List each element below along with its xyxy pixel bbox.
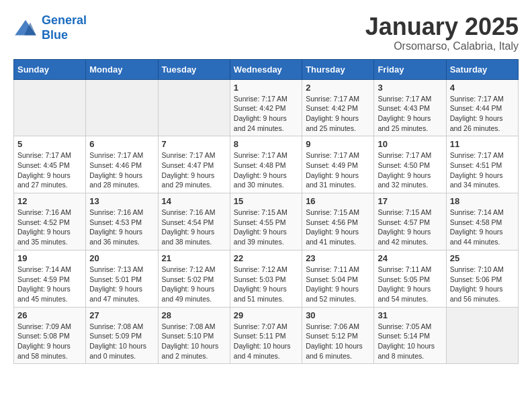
- calendar-header: SundayMondayTuesdayWednesdayThursdayFrid…: [14, 59, 519, 79]
- logo-icon: [13, 19, 38, 38]
- calendar-cell: 15Sunrise: 7:15 AM Sunset: 4:55 PM Dayli…: [230, 193, 302, 250]
- calendar-cell: 12Sunrise: 7:16 AM Sunset: 4:52 PM Dayli…: [14, 193, 86, 250]
- day-info: Sunrise: 7:08 AM Sunset: 5:10 PM Dayligh…: [162, 322, 226, 361]
- calendar-cell: 9Sunrise: 7:17 AM Sunset: 4:49 PM Daylig…: [302, 136, 374, 193]
- calendar-cell: 22Sunrise: 7:12 AM Sunset: 5:03 PM Dayli…: [230, 250, 302, 307]
- day-info: Sunrise: 7:16 AM Sunset: 4:54 PM Dayligh…: [162, 208, 226, 247]
- day-number: 23: [306, 253, 370, 263]
- day-number: 9: [306, 139, 370, 149]
- calendar-cell: 5Sunrise: 7:17 AM Sunset: 4:45 PM Daylig…: [14, 136, 86, 193]
- calendar-cell: 29Sunrise: 7:07 AM Sunset: 5:11 PM Dayli…: [230, 307, 302, 364]
- calendar-cell: 20Sunrise: 7:13 AM Sunset: 5:01 PM Dayli…: [86, 250, 158, 307]
- day-number: 2: [306, 83, 370, 93]
- day-number: 7: [162, 139, 226, 149]
- page-header: GeneralBlue January 2025 Orsomarso, Cala…: [13, 13, 519, 52]
- calendar-cell: [158, 79, 230, 136]
- calendar-cell: 27Sunrise: 7:08 AM Sunset: 5:09 PM Dayli…: [86, 307, 158, 364]
- day-info: Sunrise: 7:11 AM Sunset: 5:05 PM Dayligh…: [378, 265, 442, 304]
- day-info: Sunrise: 7:07 AM Sunset: 5:11 PM Dayligh…: [234, 322, 298, 361]
- day-number: 16: [306, 196, 370, 206]
- day-number: 30: [306, 310, 370, 320]
- calendar-cell: 1Sunrise: 7:17 AM Sunset: 4:42 PM Daylig…: [230, 79, 302, 136]
- day-info: Sunrise: 7:14 AM Sunset: 4:58 PM Dayligh…: [450, 208, 515, 247]
- calendar-cell: 2Sunrise: 7:17 AM Sunset: 4:42 PM Daylig…: [302, 79, 374, 136]
- calendar-table: SundayMondayTuesdayWednesdayThursdayFrid…: [13, 59, 519, 365]
- calendar-row: 19Sunrise: 7:14 AM Sunset: 4:59 PM Dayli…: [14, 250, 519, 307]
- day-info: Sunrise: 7:16 AM Sunset: 4:52 PM Dayligh…: [17, 208, 82, 247]
- day-info: Sunrise: 7:10 AM Sunset: 5:06 PM Dayligh…: [450, 265, 515, 304]
- day-number: 17: [378, 196, 442, 206]
- day-number: 21: [162, 253, 226, 263]
- calendar-cell: 3Sunrise: 7:17 AM Sunset: 4:43 PM Daylig…: [374, 79, 446, 136]
- weekday-header: Friday: [374, 59, 446, 79]
- calendar-cell: 31Sunrise: 7:05 AM Sunset: 5:14 PM Dayli…: [374, 307, 446, 364]
- month-title: January 2025: [365, 13, 519, 40]
- day-number: 10: [378, 139, 442, 149]
- calendar-row: 12Sunrise: 7:16 AM Sunset: 4:52 PM Dayli…: [14, 193, 519, 250]
- weekday-header: Tuesday: [158, 59, 230, 79]
- calendar-cell: 18Sunrise: 7:14 AM Sunset: 4:58 PM Dayli…: [446, 193, 518, 250]
- day-number: 25: [450, 253, 515, 263]
- calendar-cell: 8Sunrise: 7:17 AM Sunset: 4:48 PM Daylig…: [230, 136, 302, 193]
- calendar-cell: 10Sunrise: 7:17 AM Sunset: 4:50 PM Dayli…: [374, 136, 446, 193]
- day-info: Sunrise: 7:17 AM Sunset: 4:43 PM Dayligh…: [378, 94, 442, 134]
- calendar-cell: 21Sunrise: 7:12 AM Sunset: 5:02 PM Dayli…: [158, 250, 230, 307]
- calendar-row: 26Sunrise: 7:09 AM Sunset: 5:08 PM Dayli…: [14, 307, 519, 364]
- calendar-cell: 19Sunrise: 7:14 AM Sunset: 4:59 PM Dayli…: [14, 250, 86, 307]
- day-number: 24: [378, 253, 442, 263]
- day-info: Sunrise: 7:13 AM Sunset: 5:01 PM Dayligh…: [89, 265, 154, 304]
- calendar-row: 1Sunrise: 7:17 AM Sunset: 4:42 PM Daylig…: [14, 79, 519, 136]
- day-number: 8: [234, 139, 298, 149]
- day-info: Sunrise: 7:16 AM Sunset: 4:53 PM Dayligh…: [89, 208, 154, 247]
- day-number: 19: [17, 253, 82, 263]
- day-number: 20: [89, 253, 154, 263]
- day-number: 15: [234, 196, 298, 206]
- day-number: 31: [378, 310, 442, 320]
- calendar-cell: 4Sunrise: 7:17 AM Sunset: 4:44 PM Daylig…: [446, 79, 518, 136]
- calendar-cell: 24Sunrise: 7:11 AM Sunset: 5:05 PM Dayli…: [374, 250, 446, 307]
- day-info: Sunrise: 7:17 AM Sunset: 4:42 PM Dayligh…: [234, 94, 298, 134]
- day-info: Sunrise: 7:17 AM Sunset: 4:46 PM Dayligh…: [89, 150, 154, 190]
- location: Orsomarso, Calabria, Italy: [365, 40, 519, 52]
- day-info: Sunrise: 7:12 AM Sunset: 5:02 PM Dayligh…: [162, 265, 226, 304]
- logo-text: GeneralBlue: [42, 13, 87, 42]
- calendar-cell: 7Sunrise: 7:17 AM Sunset: 4:47 PM Daylig…: [158, 136, 230, 193]
- calendar-cell: [446, 307, 518, 364]
- calendar-cell: 26Sunrise: 7:09 AM Sunset: 5:08 PM Dayli…: [14, 307, 86, 364]
- calendar-cell: 28Sunrise: 7:08 AM Sunset: 5:10 PM Dayli…: [158, 307, 230, 364]
- title-block: January 2025 Orsomarso, Calabria, Italy: [365, 13, 519, 52]
- day-info: Sunrise: 7:17 AM Sunset: 4:51 PM Dayligh…: [450, 150, 515, 190]
- day-info: Sunrise: 7:08 AM Sunset: 5:09 PM Dayligh…: [89, 322, 154, 361]
- day-number: 5: [17, 139, 82, 149]
- day-number: 18: [450, 196, 515, 206]
- calendar-cell: [86, 79, 158, 136]
- logo: GeneralBlue: [13, 13, 87, 42]
- weekday-row: SundayMondayTuesdayWednesdayThursdayFrid…: [14, 59, 519, 79]
- calendar-cell: 23Sunrise: 7:11 AM Sunset: 5:04 PM Dayli…: [302, 250, 374, 307]
- day-info: Sunrise: 7:17 AM Sunset: 4:45 PM Dayligh…: [17, 150, 82, 190]
- calendar-cell: [14, 79, 86, 136]
- day-info: Sunrise: 7:14 AM Sunset: 4:59 PM Dayligh…: [17, 265, 82, 304]
- day-number: 12: [17, 196, 82, 206]
- day-number: 4: [450, 83, 515, 93]
- day-info: Sunrise: 7:17 AM Sunset: 4:49 PM Dayligh…: [306, 150, 370, 190]
- day-info: Sunrise: 7:15 AM Sunset: 4:57 PM Dayligh…: [378, 208, 442, 247]
- day-number: 29: [234, 310, 298, 320]
- day-info: Sunrise: 7:17 AM Sunset: 4:47 PM Dayligh…: [162, 150, 226, 190]
- calendar-cell: 14Sunrise: 7:16 AM Sunset: 4:54 PM Dayli…: [158, 193, 230, 250]
- day-info: Sunrise: 7:09 AM Sunset: 5:08 PM Dayligh…: [17, 322, 82, 361]
- day-number: 11: [450, 139, 515, 149]
- day-info: Sunrise: 7:17 AM Sunset: 4:48 PM Dayligh…: [234, 150, 298, 190]
- day-number: 22: [234, 253, 298, 263]
- calendar-cell: 11Sunrise: 7:17 AM Sunset: 4:51 PM Dayli…: [446, 136, 518, 193]
- weekday-header: Monday: [86, 59, 158, 79]
- day-number: 14: [162, 196, 226, 206]
- day-info: Sunrise: 7:15 AM Sunset: 4:56 PM Dayligh…: [306, 208, 370, 247]
- calendar-cell: 25Sunrise: 7:10 AM Sunset: 5:06 PM Dayli…: [446, 250, 518, 307]
- day-info: Sunrise: 7:17 AM Sunset: 4:42 PM Dayligh…: [306, 94, 370, 134]
- day-info: Sunrise: 7:05 AM Sunset: 5:14 PM Dayligh…: [378, 322, 442, 361]
- calendar-cell: 13Sunrise: 7:16 AM Sunset: 4:53 PM Dayli…: [86, 193, 158, 250]
- calendar-cell: 30Sunrise: 7:06 AM Sunset: 5:12 PM Dayli…: [302, 307, 374, 364]
- weekday-header: Wednesday: [230, 59, 302, 79]
- day-number: 28: [162, 310, 226, 320]
